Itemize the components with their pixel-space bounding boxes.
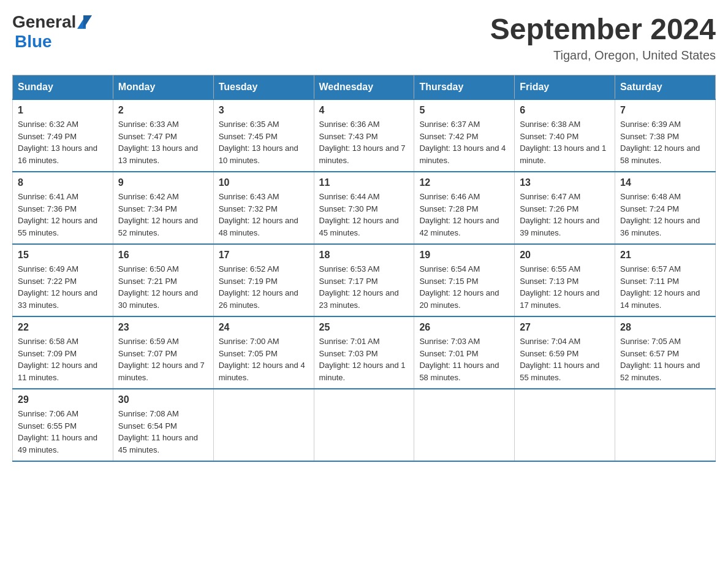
- day-info: Sunrise: 6:54 AM Sunset: 7:15 PM Dayligh…: [419, 263, 509, 311]
- calendar-week-row: 15 Sunrise: 6:49 AM Sunset: 7:22 PM Dayl…: [13, 244, 716, 316]
- day-number: 28: [620, 322, 710, 333]
- day-info: Sunrise: 6:44 AM Sunset: 7:30 PM Dayligh…: [319, 191, 409, 239]
- day-number: 8: [18, 177, 108, 188]
- day-info: Sunrise: 6:59 AM Sunset: 7:07 PM Dayligh…: [118, 335, 208, 383]
- day-number: 26: [419, 322, 509, 333]
- day-info: Sunrise: 6:43 AM Sunset: 7:32 PM Dayligh…: [219, 191, 309, 239]
- day-info: Sunrise: 7:08 AM Sunset: 6:54 PM Dayligh…: [118, 408, 208, 456]
- table-row: 11 Sunrise: 6:44 AM Sunset: 7:30 PM Dayl…: [314, 172, 414, 244]
- calendar-week-row: 29 Sunrise: 7:06 AM Sunset: 6:55 PM Dayl…: [13, 389, 716, 461]
- table-row: 4 Sunrise: 6:36 AM Sunset: 7:43 PM Dayli…: [314, 99, 414, 172]
- table-row: 29 Sunrise: 7:06 AM Sunset: 6:55 PM Dayl…: [13, 389, 113, 461]
- day-info: Sunrise: 7:03 AM Sunset: 7:01 PM Dayligh…: [419, 335, 509, 383]
- day-number: 20: [520, 250, 610, 261]
- table-row: 28 Sunrise: 7:05 AM Sunset: 6:57 PM Dayl…: [615, 316, 716, 389]
- day-number: 19: [419, 250, 509, 261]
- location-text: Tigard, Oregon, United States: [490, 48, 716, 63]
- day-number: 15: [18, 250, 108, 261]
- day-number: 9: [118, 177, 208, 188]
- table-row: 24 Sunrise: 7:00 AM Sunset: 7:05 PM Dayl…: [213, 316, 314, 389]
- day-info: Sunrise: 6:57 AM Sunset: 7:11 PM Dayligh…: [620, 263, 710, 311]
- logo-triangle2-icon: [83, 15, 92, 29]
- table-row: 5 Sunrise: 6:37 AM Sunset: 7:42 PM Dayli…: [414, 99, 515, 172]
- calendar-week-row: 8 Sunrise: 6:41 AM Sunset: 7:36 PM Dayli…: [13, 172, 716, 244]
- table-row: 17 Sunrise: 6:52 AM Sunset: 7:19 PM Dayl…: [213, 244, 314, 316]
- day-info: Sunrise: 7:00 AM Sunset: 7:05 PM Dayligh…: [219, 335, 309, 383]
- day-number: 18: [319, 250, 409, 261]
- col-saturday: Saturday: [615, 75, 716, 100]
- table-row: 16 Sunrise: 6:50 AM Sunset: 7:21 PM Dayl…: [113, 244, 213, 316]
- day-info: Sunrise: 6:53 AM Sunset: 7:17 PM Dayligh…: [319, 263, 409, 311]
- day-info: Sunrise: 6:41 AM Sunset: 7:36 PM Dayligh…: [18, 191, 108, 239]
- day-number: 1: [18, 105, 108, 116]
- table-row: 26 Sunrise: 7:03 AM Sunset: 7:01 PM Dayl…: [414, 316, 515, 389]
- day-number: 22: [18, 322, 108, 333]
- day-number: 23: [118, 322, 208, 333]
- table-row: 27 Sunrise: 7:04 AM Sunset: 6:59 PM Dayl…: [515, 316, 615, 389]
- day-info: Sunrise: 6:33 AM Sunset: 7:47 PM Dayligh…: [118, 118, 208, 166]
- logo-general-text: General: [12, 12, 76, 32]
- table-row: 15 Sunrise: 6:49 AM Sunset: 7:22 PM Dayl…: [13, 244, 113, 316]
- table-row: [515, 389, 615, 461]
- day-info: Sunrise: 7:04 AM Sunset: 6:59 PM Dayligh…: [520, 335, 610, 383]
- day-info: Sunrise: 7:05 AM Sunset: 6:57 PM Dayligh…: [620, 335, 710, 383]
- table-row: 6 Sunrise: 6:38 AM Sunset: 7:40 PM Dayli…: [515, 99, 615, 172]
- day-number: 3: [219, 105, 309, 116]
- day-info: Sunrise: 6:52 AM Sunset: 7:19 PM Dayligh…: [219, 263, 309, 311]
- day-number: 30: [118, 394, 208, 405]
- table-row: 13 Sunrise: 6:47 AM Sunset: 7:26 PM Dayl…: [515, 172, 615, 244]
- table-row: 30 Sunrise: 7:08 AM Sunset: 6:54 PM Dayl…: [113, 389, 213, 461]
- col-tuesday: Tuesday: [213, 75, 314, 100]
- table-row: 12 Sunrise: 6:46 AM Sunset: 7:28 PM Dayl…: [414, 172, 515, 244]
- day-number: 13: [520, 177, 610, 188]
- day-number: 6: [520, 105, 610, 116]
- table-row: 10 Sunrise: 6:43 AM Sunset: 7:32 PM Dayl…: [213, 172, 314, 244]
- day-info: Sunrise: 6:50 AM Sunset: 7:21 PM Dayligh…: [118, 263, 208, 311]
- day-number: 5: [419, 105, 509, 116]
- day-number: 4: [319, 105, 409, 116]
- calendar-week-row: 1 Sunrise: 6:32 AM Sunset: 7:49 PM Dayli…: [13, 99, 716, 172]
- table-row: 25 Sunrise: 7:01 AM Sunset: 7:03 PM Dayl…: [314, 316, 414, 389]
- table-row: 3 Sunrise: 6:35 AM Sunset: 7:45 PM Dayli…: [213, 99, 314, 172]
- table-row: 21 Sunrise: 6:57 AM Sunset: 7:11 PM Dayl…: [615, 244, 716, 316]
- calendar-week-row: 22 Sunrise: 6:58 AM Sunset: 7:09 PM Dayl…: [13, 316, 716, 389]
- day-number: 12: [419, 177, 509, 188]
- day-number: 27: [520, 322, 610, 333]
- day-number: 25: [319, 322, 409, 333]
- calendar-header-row: Sunday Monday Tuesday Wednesday Thursday…: [13, 75, 716, 100]
- day-number: 7: [620, 105, 710, 116]
- day-number: 2: [118, 105, 208, 116]
- day-info: Sunrise: 6:32 AM Sunset: 7:49 PM Dayligh…: [18, 118, 108, 166]
- day-info: Sunrise: 6:58 AM Sunset: 7:09 PM Dayligh…: [18, 335, 108, 383]
- day-info: Sunrise: 7:01 AM Sunset: 7:03 PM Dayligh…: [319, 335, 409, 383]
- day-info: Sunrise: 6:42 AM Sunset: 7:34 PM Dayligh…: [118, 191, 208, 239]
- day-number: 16: [118, 250, 208, 261]
- table-row: [314, 389, 414, 461]
- month-title: September 2024: [490, 12, 716, 46]
- col-sunday: Sunday: [13, 75, 113, 100]
- day-number: 14: [620, 177, 710, 188]
- col-friday: Friday: [515, 75, 615, 100]
- table-row: [414, 389, 515, 461]
- day-info: Sunrise: 7:06 AM Sunset: 6:55 PM Dayligh…: [18, 408, 108, 456]
- table-row: 18 Sunrise: 6:53 AM Sunset: 7:17 PM Dayl…: [314, 244, 414, 316]
- col-monday: Monday: [113, 75, 213, 100]
- day-number: 11: [319, 177, 409, 188]
- table-row: [615, 389, 716, 461]
- page-header: General Blue September 2024 Tigard, Oreg…: [12, 12, 716, 63]
- day-info: Sunrise: 6:47 AM Sunset: 7:26 PM Dayligh…: [520, 191, 610, 239]
- table-row: 8 Sunrise: 6:41 AM Sunset: 7:36 PM Dayli…: [13, 172, 113, 244]
- logo-blue-text: Blue: [15, 32, 52, 52]
- day-info: Sunrise: 6:35 AM Sunset: 7:45 PM Dayligh…: [219, 118, 309, 166]
- logo: General Blue: [12, 12, 92, 52]
- day-number: 29: [18, 394, 108, 405]
- day-info: Sunrise: 6:55 AM Sunset: 7:13 PM Dayligh…: [520, 263, 610, 311]
- table-row: 2 Sunrise: 6:33 AM Sunset: 7:47 PM Dayli…: [113, 99, 213, 172]
- day-info: Sunrise: 6:38 AM Sunset: 7:40 PM Dayligh…: [520, 118, 610, 166]
- day-info: Sunrise: 6:46 AM Sunset: 7:28 PM Dayligh…: [419, 191, 509, 239]
- table-row: 9 Sunrise: 6:42 AM Sunset: 7:34 PM Dayli…: [113, 172, 213, 244]
- table-row: 20 Sunrise: 6:55 AM Sunset: 7:13 PM Dayl…: [515, 244, 615, 316]
- day-number: 21: [620, 250, 710, 261]
- table-row: 7 Sunrise: 6:39 AM Sunset: 7:38 PM Dayli…: [615, 99, 716, 172]
- table-row: [213, 389, 314, 461]
